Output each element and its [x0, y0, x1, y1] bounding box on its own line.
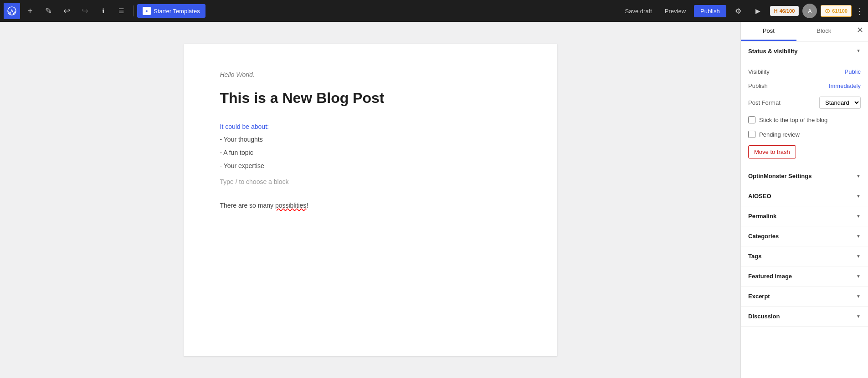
starter-templates-button[interactable]: Starter Templates: [137, 4, 205, 18]
starter-templates-icon: [143, 7, 151, 15]
pending-review-label[interactable]: Pending review: [759, 131, 800, 138]
featured_image-section: Featured image ▼: [741, 266, 868, 286]
editor-area: Hello World. This is a New Blog Post It …: [0, 22, 740, 378]
undo-button[interactable]: ↩: [58, 3, 75, 19]
topbar: + ✎ ↩ ↪ ℹ ☰ Starter Templates Save draft…: [0, 0, 868, 22]
publish-value[interactable]: Immediately: [829, 82, 861, 89]
preview-button[interactable]: Preview: [660, 5, 690, 17]
move-to-trash-button[interactable]: Move to trash: [748, 145, 796, 158]
headings-score-value: 46/100: [780, 8, 795, 14]
categories-title: Categories: [748, 233, 779, 240]
publish-button[interactable]: Publish: [694, 5, 726, 17]
tags-chevron: ▼: [856, 254, 861, 259]
categories-header[interactable]: Categories ▼: [741, 226, 868, 246]
visibility-value[interactable]: Public: [845, 68, 861, 75]
excerpt-header[interactable]: Excerpt ▼: [741, 286, 868, 306]
status-visibility-chevron: ▲: [856, 49, 861, 54]
starter-templates-label: Starter Templates: [154, 8, 200, 15]
post-list: - Your thoughts - A fun topic - Your exp…: [220, 133, 521, 173]
sidebar: Post Block ✕ Status & visibility ▲ Visib…: [740, 22, 868, 378]
headings-score-badge[interactable]: H 46/100: [770, 6, 799, 16]
optinmonster-chevron: ▼: [856, 174, 861, 179]
excerpt-title: Excerpt: [748, 293, 770, 300]
aioseo-section: AIOSEO ▼: [741, 186, 868, 206]
list-item[interactable]: - Your expertise: [220, 159, 521, 173]
stick-to-top-label[interactable]: Stick to the top of the blog: [759, 117, 827, 123]
post-body: It could be about: - Your thoughts - A f…: [220, 121, 521, 173]
redo-button[interactable]: ↪: [77, 3, 93, 19]
stick-to-top-checkbox[interactable]: [748, 116, 755, 123]
permalink-chevron: ▼: [856, 214, 861, 219]
block-placeholder[interactable]: Type / to choose a block: [220, 173, 521, 191]
pending-review-checkbox[interactable]: [748, 131, 755, 138]
post-intro[interactable]: It could be about:: [220, 121, 521, 133]
status-visibility-title: Status & visibility: [748, 48, 797, 55]
post-footer: There are so many possiblities!: [220, 202, 521, 209]
plugin-button[interactable]: ▶: [750, 3, 766, 19]
permalink-header[interactable]: Permalink ▼: [741, 206, 868, 226]
permalink-section: Permalink ▼: [741, 206, 868, 226]
seo-score-icon: ⊙: [825, 7, 830, 15]
stick-to-top-row: Stick to the top of the blog: [748, 112, 861, 127]
tab-block[interactable]: Block: [796, 22, 852, 41]
optinmonster-section: OptinMonster Settings ▼: [741, 166, 868, 186]
collapsed-sections: OptinMonster Settings ▼ AIOSEO ▼ Permali…: [741, 166, 868, 327]
status-visibility-section: Status & visibility ▲ Visibility Public …: [741, 41, 868, 166]
post-format-label: Post Format: [748, 99, 781, 106]
featured_image-title: Featured image: [748, 273, 792, 280]
featured_image-header[interactable]: Featured image ▼: [741, 266, 868, 286]
sidebar-tabs: Post Block ✕: [741, 22, 868, 41]
post-format-select[interactable]: Standard Aside Chat Gallery Link Image Q…: [819, 97, 861, 109]
tags-title: Tags: [748, 253, 761, 260]
post-title[interactable]: This is a New Blog Post: [220, 89, 521, 107]
categories-chevron: ▼: [856, 234, 861, 239]
headings-score-h-label: H: [774, 8, 778, 14]
aioseo-header[interactable]: AIOSEO ▼: [741, 186, 868, 206]
add-block-button[interactable]: +: [22, 3, 38, 19]
tags-section: Tags ▼: [741, 246, 868, 266]
document-overview-button[interactable]: ℹ: [95, 3, 111, 19]
excerpt-chevron: ▼: [856, 294, 861, 299]
tags-header[interactable]: Tags ▼: [741, 246, 868, 266]
status-visibility-header[interactable]: Status & visibility ▲: [741, 41, 868, 61]
publish-row: Publish Immediately: [748, 79, 861, 93]
tab-post[interactable]: Post: [741, 22, 796, 41]
excerpt-section: Excerpt ▼: [741, 286, 868, 306]
edit-mode-button[interactable]: ✎: [40, 3, 56, 19]
visibility-row: Visibility Public: [748, 65, 861, 79]
more-options-button[interactable]: ⋮: [855, 5, 864, 16]
categories-section: Categories ▼: [741, 226, 868, 246]
editor-canvas: Hello World. This is a New Blog Post It …: [184, 44, 557, 356]
user-avatar[interactable]: A: [802, 4, 817, 18]
topbar-right: Save draft Preview Publish ⚙ ▶ H 46/100 …: [621, 3, 864, 19]
publish-label: Publish: [748, 82, 768, 89]
visibility-label: Visibility: [748, 68, 770, 75]
discussion-section: Discussion ▼: [741, 306, 868, 327]
aioseo-title: AIOSEO: [748, 193, 771, 199]
post-format-row: Post Format Standard Aside Chat Gallery …: [748, 93, 861, 112]
featured_image-chevron: ▼: [856, 274, 861, 279]
save-draft-button[interactable]: Save draft: [621, 5, 657, 17]
permalink-title: Permalink: [748, 213, 776, 220]
misspelled-word: possiblities: [275, 202, 306, 209]
discussion-header[interactable]: Discussion ▼: [741, 306, 868, 326]
status-visibility-content: Visibility Public Publish Immediately Po…: [741, 61, 868, 166]
main-layout: Hello World. This is a New Blog Post It …: [0, 22, 868, 378]
discussion-title: Discussion: [748, 313, 780, 320]
topbar-divider: [133, 5, 134, 16]
list-view-button[interactable]: ☰: [113, 3, 129, 19]
post-tagline[interactable]: Hello World.: [220, 71, 521, 78]
pending-review-row: Pending review: [748, 127, 861, 142]
list-item[interactable]: - Your thoughts: [220, 133, 521, 146]
close-sidebar-button[interactable]: ✕: [852, 22, 868, 38]
aioseo-chevron: ▼: [856, 194, 861, 199]
optinmonster-header[interactable]: OptinMonster Settings ▼: [741, 166, 868, 186]
discussion-chevron: ▼: [856, 314, 861, 319]
optinmonster-title: OptinMonster Settings: [748, 173, 812, 179]
seo-score-badge[interactable]: ⊙ 61/100: [821, 5, 852, 17]
wp-logo[interactable]: [4, 3, 20, 19]
seo-score-value: 61/100: [832, 8, 847, 14]
svg-point-0: [8, 7, 16, 15]
list-item[interactable]: - A fun topic: [220, 146, 521, 159]
settings-button[interactable]: ⚙: [730, 3, 746, 19]
